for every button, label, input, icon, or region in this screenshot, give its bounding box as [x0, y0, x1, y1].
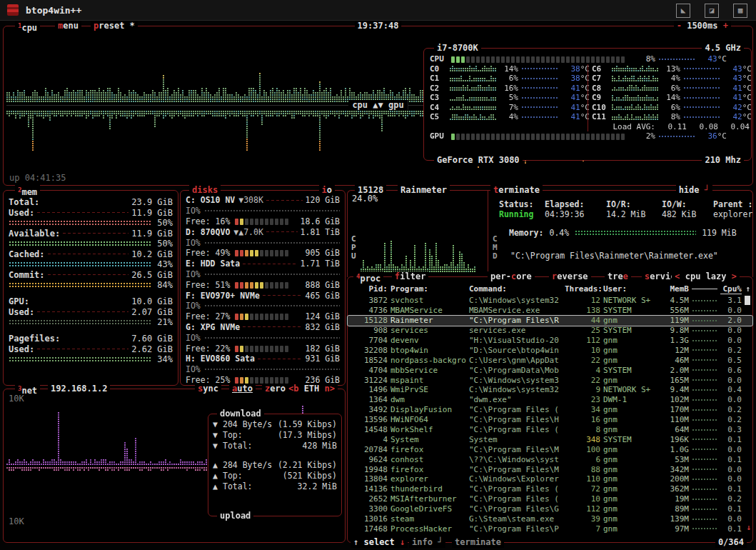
- process-row[interactable]: 1364dwm"dwm.exe"23DWM-1102M0.0: [348, 395, 752, 405]
- core-temp-graph: [521, 106, 558, 109]
- process-row[interactable]: 3872svchostC:\Windows\system3212NETWORK …: [348, 296, 752, 306]
- upload-title: upload: [217, 511, 253, 521]
- tab-proc[interactable]: 4proc: [353, 271, 383, 284]
- process-row[interactable]: 7704devenv"H:\VisualStudio-20112gnm1.3G0…: [348, 336, 752, 346]
- interface-selector[interactable]: <b ETH n>: [286, 384, 338, 394]
- col-user[interactable]: User:: [603, 284, 656, 294]
- mem-stat-value: 23.9 GiB: [131, 197, 173, 207]
- process-pid: 1496: [353, 385, 388, 394]
- meter-block: [486, 134, 490, 140]
- disk-io-label: IO%: [186, 269, 201, 279]
- zero-toggle[interactable]: zero: [262, 384, 288, 394]
- meter-block: [466, 56, 470, 63]
- col-cpu[interactable]: Cpu%: [720, 284, 742, 294]
- restore-down-icon[interactable]: ◣: [676, 4, 690, 18]
- per-core-toggle[interactable]: per-core: [488, 271, 535, 282]
- process-row[interactable]: 908servicesservices.exe25SYSTEM9.8M0.0: [348, 326, 752, 336]
- disk-io-label: IO%: [186, 238, 201, 248]
- process-row[interactable]: 15128Rainmeter"C:\Program Files\R44gnm11…: [348, 316, 752, 326]
- filter-button[interactable]: filter: [392, 271, 428, 282]
- process-program: mbbService: [390, 366, 466, 375]
- scrollbar-thumb[interactable]: [745, 296, 750, 305]
- scroll-down-icon[interactable]: ↓: [746, 523, 751, 532]
- core-temp-graph: [521, 86, 558, 89]
- process-row[interactable]: 13596HWiNFO64"C:\Program Files\H16gnm110…: [348, 415, 752, 425]
- tab-mem[interactable]: 2mem: [15, 185, 40, 198]
- process-mem: 170M: [659, 405, 689, 414]
- sort-direction-icon[interactable]: ↑: [745, 284, 750, 294]
- process-row[interactable]: 3300GoogleDriveFS"C:\Program Files\G112g…: [348, 504, 752, 514]
- core-temp: 43°C: [723, 64, 752, 74]
- col-threads[interactable]: Threads:: [565, 284, 600, 294]
- process-row[interactable]: 1496WmiPrvSEC:\Windows\system329NETWORK …: [348, 385, 752, 395]
- process-row[interactable]: 32208btop4win"D:\Source\btop4win10gnm12M…: [348, 345, 752, 355]
- process-cpu-graph: [692, 369, 717, 371]
- process-row[interactable]: 19948firefox"C:\Program Files\M88gnm342M…: [348, 464, 752, 474]
- reverse-toggle[interactable]: reverse: [549, 271, 591, 282]
- process-row[interactable]: 18524nordpass-backgroC:\Users\gnm\AppDat…: [348, 355, 752, 365]
- interval-decrease-button[interactable]: -: [677, 21, 682, 31]
- gpu-total-meter: [451, 131, 631, 141]
- interval-increase-button[interactable]: +: [723, 21, 728, 31]
- process-row[interactable]: 4SystemSystem348SYSTEM196K0.1: [348, 434, 752, 444]
- sync-toggle[interactable]: sync: [195, 384, 221, 394]
- disk-size: 120 GiB: [306, 195, 340, 205]
- preset-button[interactable]: preset *: [91, 21, 138, 31]
- mem-stat-label: Pagefiles:: [9, 334, 60, 344]
- col-program[interactable]: Program:: [390, 284, 466, 294]
- process-row[interactable]: 31224mspaint"C:\Windows\system322gnm165M…: [348, 375, 752, 385]
- process-command: C:\Windows\Explorer: [469, 474, 562, 484]
- terminate-hint[interactable]: terminate: [452, 537, 504, 548]
- hide-button[interactable]: hide ┘: [676, 185, 712, 196]
- meter-block: [536, 56, 540, 63]
- process-row[interactable]: 17468ProcessHacker"C:\Program Files\P7gn…: [348, 524, 752, 534]
- process-row[interactable]: 14136thunderbird"C:\Program Files (72gnm…: [348, 484, 752, 494]
- process-row[interactable]: 13804explorerC:\Windows\Explorer110gnm20…: [348, 474, 752, 484]
- close-icon[interactable]: ▩: [733, 4, 747, 18]
- col-pid[interactable]: Pid:: [353, 284, 388, 294]
- process-row[interactable]: 4704mbbService"C:\ProgramData\Mob4SYSTEM…: [348, 365, 752, 375]
- process-pid: 7704: [353, 336, 388, 345]
- col-command[interactable]: Command:: [469, 284, 562, 294]
- process-row[interactable]: 3492DisplayFusion"C:\Program Files (34gn…: [348, 405, 752, 415]
- terminate-button[interactable]: terminate: [490, 185, 543, 196]
- process-row[interactable]: 4736MBAMServiceMBAMService.exe138SYSTEM5…: [348, 306, 752, 316]
- process-threads: 112: [565, 504, 600, 514]
- mem-meter: [9, 356, 151, 362]
- disk-io-row: IO%: [181, 269, 345, 280]
- core-name: C7: [592, 74, 612, 83]
- io-mode-toggle[interactable]: io: [319, 185, 335, 196]
- process-pid: 908: [353, 326, 388, 335]
- meter-block: [235, 377, 238, 384]
- disk-name-row: F: EVO970+ NVMe465 GiB: [181, 290, 345, 301]
- process-program: firefox: [390, 445, 466, 454]
- info-hint[interactable]: info ┘: [409, 537, 445, 548]
- meter-block: [611, 56, 615, 63]
- tree-toggle[interactable]: tree: [605, 271, 631, 282]
- sort-selector[interactable]: < cpu lazy >: [672, 271, 740, 282]
- process-command: "D:\Source\btop4win: [469, 346, 562, 355]
- detail-cpu-graph: [361, 204, 476, 272]
- ip-address: 192.168.1.2: [48, 384, 110, 394]
- meter-block: [285, 250, 288, 256]
- meter-block: [476, 56, 480, 63]
- process-cpu-graph: [692, 468, 717, 471]
- process-row[interactable]: 13016steamG:\Steam\steam.exe39gnm139M0.0: [348, 514, 752, 524]
- select-hint[interactable]: ↑ select ↓: [351, 537, 408, 548]
- mem-meter-row: 21%: [4, 317, 178, 327]
- process-row[interactable]: 14548WorkShelf"C:\Program Files (8gnm64M…: [348, 425, 752, 435]
- process-row[interactable]: 2652MSIAfterburner"C:\Program Files (10g…: [348, 494, 752, 504]
- disk-free-meter: [235, 280, 305, 290]
- menu-button[interactable]: menu: [55, 21, 81, 31]
- process-mem: 362M: [659, 484, 689, 494]
- disk-free-size: 124 GiB: [306, 311, 340, 321]
- maximize-icon[interactable]: ◪: [705, 4, 719, 18]
- auto-toggle[interactable]: auto: [229, 384, 256, 394]
- process-row[interactable]: 20784firefox"C:\Program Files\M100gnm1.0…: [348, 444, 752, 454]
- process-row[interactable]: 9624conhost\??\C:\Windows\syst6gnm53M0.1: [348, 454, 752, 464]
- col-memb[interactable]: MemB: [659, 284, 689, 294]
- uptime: up 04:41:35: [9, 173, 66, 183]
- tab-cpu[interactable]: 1cpu: [15, 21, 40, 34]
- core-temp: 41°C: [561, 103, 590, 112]
- core-temp-graph: [683, 106, 720, 109]
